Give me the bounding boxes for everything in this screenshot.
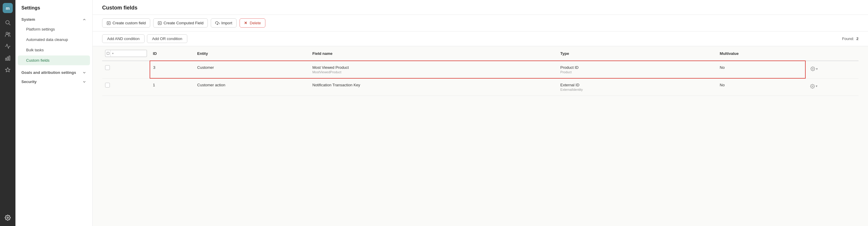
svg-rect-6 — [9, 56, 10, 61]
svg-rect-4 — [6, 58, 6, 61]
icon-bar: m — [0, 0, 16, 226]
nav-settings-icon[interactable] — [2, 212, 13, 223]
col-header-multivalue: Multivalue — [717, 46, 805, 61]
sidebar-item-bulk-tasks[interactable]: Bulk tasks — [18, 45, 90, 55]
sidebar-item-platform-settings[interactable]: Platform settings — [18, 24, 90, 34]
delete-button[interactable]: ✕ Delete — [240, 19, 266, 28]
import-button[interactable]: Import — [211, 19, 237, 28]
col-header-type: Type — [557, 46, 717, 61]
sidebar-section-system[interactable]: System — [16, 15, 92, 24]
sidebar: Settings System Platform settings Automa… — [16, 0, 93, 226]
sidebar-title: Settings — [16, 0, 92, 15]
add-or-condition-button[interactable]: Add OR condition — [147, 34, 187, 43]
sidebar-item-automated-data-cleanup[interactable]: Automated data cleanup — [18, 35, 90, 44]
filter-bar: Add AND condition Add OR condition Found… — [93, 31, 868, 46]
col-header-id: ID — [150, 46, 194, 61]
table-row: 3 Customer Most Viewed Product MostViewe… — [102, 61, 859, 78]
row-checkbox-2[interactable] — [105, 83, 110, 88]
table-header-row: ▾ ID Entity Field name Type Multivalue — [102, 46, 859, 61]
svg-point-7 — [7, 217, 9, 219]
create-custom-field-button[interactable]: Create custom field — [102, 19, 150, 28]
nav-search-icon[interactable] — [2, 17, 13, 28]
page-title: Custom fields — [102, 5, 859, 11]
col-header-actions — [805, 46, 859, 61]
svg-point-3 — [9, 33, 10, 34]
col-header-entity: Entity — [194, 46, 309, 61]
svg-point-17 — [812, 86, 813, 87]
sidebar-section-security[interactable]: Security — [16, 77, 92, 86]
row-actions-button-2[interactable]: ▾ — [808, 83, 819, 90]
svg-rect-15 — [107, 52, 109, 55]
avatar[interactable]: m — [3, 3, 13, 13]
svg-line-1 — [9, 24, 10, 25]
svg-point-16 — [812, 68, 813, 69]
table-row: 1 Customer action Notification Transacti… — [102, 78, 859, 96]
custom-fields-table: ▾ ID Entity Field name Type Multivalue — [102, 46, 859, 96]
found-count: Found: 2 — [842, 36, 859, 41]
filter-buttons: Add AND condition Add OR condition — [102, 34, 187, 43]
add-and-condition-button[interactable]: Add AND condition — [102, 34, 145, 43]
col-header-checkbox: ▾ — [102, 46, 150, 61]
nav-campaigns-icon[interactable] — [2, 41, 13, 52]
row-actions-button-1[interactable]: ▾ — [809, 65, 819, 72]
main-content: Custom fields Create custom field Create… — [93, 0, 868, 226]
content-area: Custom fields Create custom field Create… — [93, 0, 868, 226]
nav-analytics-icon[interactable] — [2, 53, 13, 63]
svg-rect-5 — [7, 57, 8, 61]
sidebar-section-goals[interactable]: Goals and attribution settings — [16, 68, 92, 77]
select-all-checkbox[interactable]: ▾ — [105, 50, 147, 57]
sidebar-item-custom-fields[interactable]: Custom fields — [18, 56, 90, 65]
page-header: Custom fields — [93, 0, 868, 15]
col-header-fieldname: Field name — [309, 46, 557, 61]
row-checkbox-1[interactable] — [105, 65, 110, 70]
nav-plugins-icon[interactable] — [2, 65, 13, 75]
nav-users-icon[interactable] — [2, 29, 13, 40]
svg-point-2 — [6, 32, 8, 34]
table-container: ▾ ID Entity Field name Type Multivalue — [93, 46, 868, 96]
toolbar: Create custom field Create Computed Fiel… — [93, 15, 868, 31]
create-computed-field-button[interactable]: Create Computed Field — [153, 19, 208, 28]
